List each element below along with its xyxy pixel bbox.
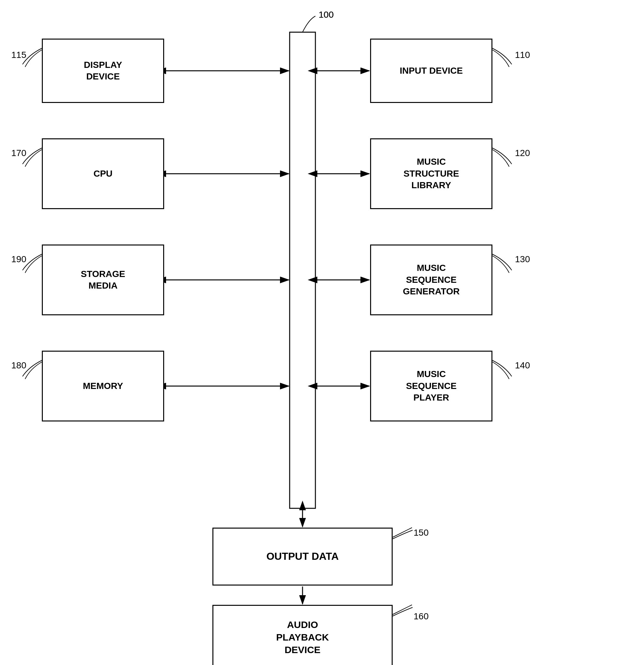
music-structure-library-box: MUSICSTRUCTURELIBRARY xyxy=(370,138,492,209)
storage-media-box: STORAGEMEDIA xyxy=(42,245,164,315)
ref-120: 120 xyxy=(515,148,530,158)
ref-130: 130 xyxy=(515,254,530,264)
ref-140: 140 xyxy=(515,360,530,370)
audio-playback-device-box: AUDIOPLAYBACKDEVICE xyxy=(213,605,393,665)
svg-rect-4 xyxy=(290,32,315,508)
ref-190: 190 xyxy=(11,254,26,264)
ref-170: 170 xyxy=(11,148,26,158)
ref-180: 180 xyxy=(11,360,26,370)
ref-100: 100 xyxy=(319,10,334,20)
cpu-box: CPU xyxy=(42,138,164,209)
music-sequence-generator-box: MUSICSEQUENCEGENERATOR xyxy=(370,245,492,315)
ref-115: 115 xyxy=(11,50,26,60)
display-device-box: DISPLAYDEVICE xyxy=(42,39,164,103)
music-sequence-player-box: MUSICSEQUENCEPLAYER xyxy=(370,351,492,421)
memory-box: MEMORY xyxy=(42,351,164,421)
ref-150: 150 xyxy=(413,528,429,538)
ref-110: 110 xyxy=(515,50,530,60)
output-data-box: OUTPUT DATA xyxy=(213,528,393,586)
input-device-box: INPUT DEVICE xyxy=(370,39,492,103)
ref-160: 160 xyxy=(413,611,429,622)
